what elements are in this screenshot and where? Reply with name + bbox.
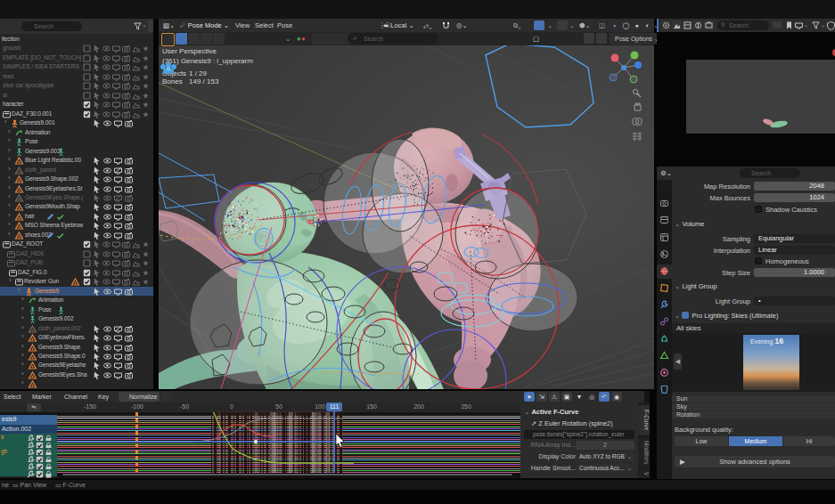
svg-text:User Perspective: User Perspective (162, 47, 217, 55)
svg-text:Bones: Bones (162, 77, 183, 85)
svg-text:1 / 29: 1 / 29 (189, 69, 208, 77)
svg-text:(361) Genesis9 : l_upperarm: (361) Genesis9 : l_upperarm (162, 57, 253, 65)
svg-text:149 / 153: 149 / 153 (189, 77, 219, 85)
